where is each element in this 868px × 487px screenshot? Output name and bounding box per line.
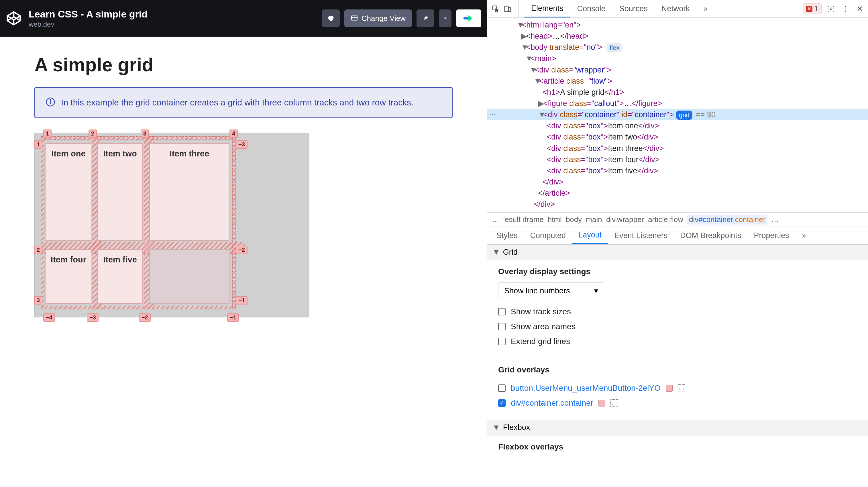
breadcrumb-item[interactable]: article.flow [648,215,683,224]
overlay-label[interactable]: div#container.container [511,398,593,408]
dom-node-selected[interactable]: ▼<div class="container" id="container">g… [487,109,868,120]
checkbox[interactable] [498,308,506,315]
checkbox-label: Extend grid lines [511,337,570,346]
line-number: −2 [139,313,151,322]
page-title[interactable]: Learn CSS - A simple grid [29,9,148,20]
line-number: −3 [87,313,98,322]
grid-empty-cell [149,249,229,304]
line-numbers-select[interactable]: Show line numbers ▾ [498,282,604,299]
checkbox-row[interactable]: Show area names [498,319,857,334]
breadcrumb-item[interactable]: div.wrapper [606,215,644,224]
layout-panel: ▼Grid Overlay display settings Show line… [487,245,868,487]
dom-node[interactable]: <div class="box">Item two</div> [487,131,868,143]
dom-node[interactable]: ▼<body translate="no"> flex [487,42,868,53]
breadcrumb-more[interactable]: … [492,215,499,224]
dom-node[interactable]: <h1>A simple grid</h1> [487,87,868,98]
chevron-down-icon [442,16,448,21]
grid-section-header[interactable]: ▼Grid [487,245,868,260]
grid-container-overlay: Item one Item two Item three Item four I… [34,133,309,317]
tab-styles[interactable]: Styles [490,227,524,244]
svg-rect-10 [509,7,511,11]
tab-network[interactable]: Network [655,0,697,18]
dom-node[interactable]: <div class="box">Item one</div> [487,120,868,131]
devtools-panel: Elements Console Sources Network » ✕1 ⋮ … [487,0,868,487]
tab-layout[interactable]: Layout [572,227,608,244]
dropdown-button[interactable] [439,9,452,27]
breadcrumb-item[interactable]: main [586,215,602,224]
dom-node[interactable]: ▼<main> [487,53,868,64]
pin-button[interactable] [416,9,434,27]
breadcrumb-item[interactable]: 'esult-iframe [503,215,544,224]
checkbox-row[interactable]: Extend grid lines [498,334,857,349]
info-icon [45,97,55,107]
grid-item: Item one [45,143,91,241]
svg-point-11 [830,8,832,10]
dom-node[interactable]: ▼<div class="wrapper"> [487,64,868,75]
dom-node[interactable]: </div> [487,199,868,210]
overlay-display-heading: Overlay display settings [498,267,857,276]
dom-node[interactable]: <div class="box">Item three</div> [487,143,868,154]
grid-gap [41,306,236,309]
line-number: −1 [236,296,248,305]
checkbox[interactable] [498,323,506,330]
error-count: 1 [814,4,818,13]
tabs-more-icon[interactable]: » [795,227,812,244]
svg-rect-9 [505,6,508,11]
tab-computed[interactable]: Computed [524,227,572,244]
line-number: 2 [89,129,97,138]
dom-node[interactable]: ▼<article class="flow"> [487,75,868,87]
heart-button[interactable] [322,9,340,27]
breadcrumb-item[interactable]: body [566,215,582,224]
heading: A simple grid [34,54,453,75]
checkbox[interactable] [498,338,506,345]
breadcrumb-item[interactable]: html [548,215,562,224]
run-button[interactable] [456,9,481,27]
tab-properties[interactable]: Properties [747,227,795,244]
kebab-icon[interactable]: ⋮ [840,4,850,14]
checkbox[interactable] [498,399,506,407]
device-icon[interactable] [503,4,513,14]
dashed-icon[interactable]: ⋮⋮ [611,399,618,407]
page-author[interactable]: web.dev [29,20,148,28]
topbar: Learn CSS - A simple grid web.dev Change… [0,0,487,37]
dashed-icon[interactable]: ⋮⋮ [678,385,685,392]
overlay-label[interactable]: button.UserMenu_userMenuButton-2eiYO [511,384,660,393]
change-view-button[interactable]: Change View [344,9,412,27]
dom-node[interactable]: </main> [487,210,868,213]
tab-event-listeners[interactable]: Event Listeners [608,227,674,244]
grid-item: Item three [149,143,229,241]
tab-dom-breakpoints[interactable]: DOM Breakpoints [674,227,747,244]
error-badge[interactable]: ✕1 [803,3,822,14]
checkbox-label: Show area names [511,322,576,331]
checkbox[interactable] [498,385,506,392]
color-swatch[interactable] [666,385,673,392]
callout: In this example the grid container creat… [34,87,453,118]
inspect-icon[interactable] [491,4,500,14]
dom-node[interactable]: ▶<figure class="callout">…</figure> [487,98,868,109]
dom-node[interactable]: </article> [487,188,868,199]
grid-gap [232,136,236,309]
breadcrumb-more[interactable]: … [771,215,779,224]
line-number: −2 [236,246,248,254]
tab-sources[interactable]: Sources [613,0,655,18]
tab-elements[interactable]: Elements [524,0,570,18]
grid-item: Item five [97,249,143,304]
flexbox-section-header[interactable]: ▼Flexbox [487,420,868,435]
svg-rect-3 [351,16,357,20]
dom-node[interactable]: </div> [487,177,868,188]
grid-overlays-heading: Grid overlays [498,365,857,374]
chevron-down-icon: ▾ [594,286,598,295]
dom-node[interactable]: <div class="box">Item five</div> [487,165,868,177]
breadcrumb-item-selected[interactable]: div#container.container [687,215,767,224]
dom-tree[interactable]: ▼<html lang="en"> ▶<head>…</head> ▼<body… [487,18,868,213]
codepen-logo [6,10,22,26]
close-icon[interactable]: ✕ [855,4,865,14]
tabs-more-icon[interactable]: » [697,0,715,18]
dom-node[interactable]: <div class="box">Item four</div> [487,154,868,165]
tab-console[interactable]: Console [570,0,613,18]
color-swatch[interactable] [598,400,605,406]
dom-node[interactable]: ▼<html lang="en"> [487,20,868,31]
gear-icon[interactable] [826,4,836,14]
dom-node[interactable]: ▶<head>…</head> [487,31,868,42]
checkbox-row[interactable]: Show track sizes [498,304,857,319]
